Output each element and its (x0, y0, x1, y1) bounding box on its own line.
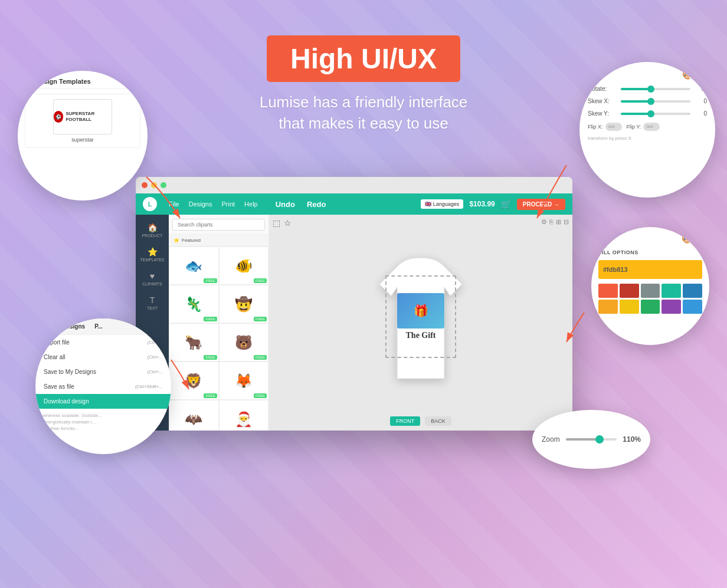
rotate-slider[interactable] (621, 88, 690, 90)
app-logo: L (143, 197, 157, 211)
clipart-panel: ⭐ Featured 🐟FREE 🐠FREE 🦎FREE 🤠FREE 🐂FREE… (169, 215, 269, 431)
crop-tool-icon[interactable]: ⬚ (273, 218, 280, 228)
file-download[interactable]: Download design (35, 394, 171, 409)
file-tab-print[interactable]: P... (94, 323, 103, 330)
flipx-toggle[interactable]: OFF (605, 123, 622, 131)
page-title: High UI/UX (290, 43, 437, 74)
canvas-toolbar: ⬚ ☆ (273, 218, 292, 228)
list-item[interactable]: 🤠FREE (219, 285, 269, 323)
fill-color-bar[interactable]: #fdb813 (598, 260, 702, 279)
undo-button[interactable]: Undo (276, 200, 295, 209)
swatch[interactable] (620, 284, 639, 298)
price-display: $103.99 (469, 200, 495, 208)
list-item[interactable]: 🐠FREE (219, 247, 269, 285)
file-save-designs[interactable]: Save to My Designs (Ctrl+... (35, 364, 171, 379)
browser-body: 🏠 PRODUCT ⭐ TEMPLATES ♥ CLIPARTS T TEXT … (136, 215, 572, 431)
skewx-slider[interactable] (621, 100, 690, 103)
nav-right: 🇬🇧 Languages $103.99 🛒 PROCEED → (421, 199, 565, 210)
swatch[interactable] (683, 300, 702, 314)
file-tab-designs[interactable]: Designs (62, 323, 85, 330)
file-clear[interactable]: Clear all (Ctrl+... (35, 350, 171, 364)
superstar-text: SUPERSTAR FOOTBALL (66, 111, 112, 122)
nav-file[interactable]: File (169, 201, 179, 208)
back-button[interactable]: BACK (425, 416, 451, 426)
settings-icon[interactable]: ⚙ (541, 218, 547, 226)
sidebar-item-text[interactable]: T TEXT (136, 292, 169, 314)
skewy-row: Skew Y: 0 (588, 110, 707, 117)
file-clear-label: Clear all (44, 354, 66, 360)
swatch[interactable] (641, 284, 660, 298)
swatch[interactable] (683, 284, 702, 298)
redo-button[interactable]: Redo (307, 200, 326, 209)
file-save-designs-shortcut: (Ctrl+... (148, 369, 163, 375)
flipy-item: Flip Y: OFF (627, 123, 660, 131)
skewx-value: 0 (695, 98, 707, 104)
file-import-label: Import file (44, 339, 70, 346)
fill-tab-image[interactable]: 🖼 (694, 234, 702, 244)
list-item[interactable]: 🦁FREE (169, 362, 219, 400)
flipy-toggle-text: OFF (646, 125, 653, 129)
list-item[interactable]: 🐟FREE (169, 247, 219, 285)
search-input[interactable] (172, 219, 265, 231)
canvas-bottom-controls: FRONT BACK (390, 416, 451, 426)
skewy-slider[interactable] (621, 113, 690, 115)
window-minimize-dot[interactable] (151, 182, 157, 188)
sidebar-cliparts-label: CLIPARTS (142, 282, 162, 286)
callout-file-menu: File Designs P... Import file (Ctrl+... … (35, 318, 171, 454)
flipy-toggle[interactable]: OFF (643, 123, 660, 131)
list-item[interactable]: 🦇FREE (169, 400, 219, 431)
nav-designs[interactable]: Designs (189, 201, 212, 208)
list-item[interactable]: 🦊FREE (219, 362, 269, 400)
design-overlay[interactable]: 🎁 The Gift (385, 275, 456, 358)
swatch[interactable] (620, 300, 639, 314)
language-button[interactable]: 🇬🇧 Languages (421, 199, 464, 209)
nav-print[interactable]: Print (221, 201, 235, 208)
title-badge: High UI/UX (267, 35, 460, 82)
text-icon: T (150, 295, 155, 305)
browser-nav: L File Designs Print Help Undo Redo 🇬🇧 L… (136, 193, 572, 215)
list-item[interactable]: 🦎FREE (169, 285, 219, 323)
list-item[interactable]: 🐂FREE (169, 323, 219, 362)
window-close-dot[interactable] (142, 182, 148, 188)
clipart-grid: 🐟FREE 🐠FREE 🦎FREE 🤠FREE 🐂FREE 🐻FREE 🦁FRE… (169, 247, 268, 431)
list-item[interactable]: 🎅FREE (219, 400, 269, 431)
sidebar-item-product[interactable]: 🏠 PRODUCT (136, 219, 169, 241)
swatch[interactable] (598, 300, 618, 314)
fill-hex-value: #fdb813 (603, 266, 628, 273)
nav-menu: File Designs Print Help (169, 201, 258, 208)
right-panel-icons: ⚙ ⎘ ⊞ ⊟ (541, 218, 569, 226)
star-tool-icon[interactable]: ☆ (284, 218, 292, 228)
fill-options-title: FILL OPTIONS (598, 249, 702, 255)
subtitle-line2: that makes it easy to use (279, 114, 448, 132)
flipx-toggle-text: OFF (608, 125, 615, 129)
front-button[interactable]: FRONT (390, 416, 420, 426)
copy-icon[interactable]: ⎘ (549, 218, 554, 226)
template-name: superstar (71, 137, 94, 143)
layers-icon[interactable]: ⊟ (564, 218, 569, 226)
swatch[interactable] (641, 300, 660, 314)
zoom-slider[interactable] (566, 438, 617, 441)
sidebar-item-cliparts[interactable]: ♥ CLIPARTS (136, 268, 169, 290)
list-item[interactable]: 🐻FREE (219, 323, 269, 362)
callout-transform: 🎨 📋 Rotate: 0° Skew X: 0 Skew Y: (579, 62, 715, 198)
file-footer-text: whereas scalable. Outside... Energistica… (35, 409, 171, 436)
swatch[interactable] (661, 300, 681, 314)
file-save-as[interactable]: Save as file (Ctrl+Shift+... (35, 379, 171, 394)
window-maximize-dot[interactable] (161, 182, 166, 188)
cart-icon[interactable]: 🛒 (501, 199, 511, 209)
swatch[interactable] (598, 284, 618, 298)
file-tab-file[interactable]: File (42, 323, 53, 330)
file-save-as-label: Save as file (44, 383, 74, 390)
fill-tab-color[interactable]: 🎨 (682, 234, 692, 244)
canvas-area: ⬚ ☆ ⚙ ⎘ ⊞ ⊟ 🎁 The Gift FRONT (269, 215, 572, 431)
skewx-label: Skew X: (588, 98, 616, 104)
product-icon: 🏠 (148, 223, 158, 232)
nav-help[interactable]: Help (244, 201, 258, 208)
grid-icon[interactable]: ⊞ (556, 218, 561, 226)
file-save-designs-label: Save to My Designs (44, 369, 96, 375)
proceed-button[interactable]: PROCEED → (517, 199, 565, 210)
sidebar-item-templates[interactable]: ⭐ TEMPLATES (136, 244, 169, 265)
tshirt-canvas[interactable]: 🎁 The Gift (356, 246, 486, 399)
swatch[interactable] (661, 284, 681, 298)
template-item[interactable]: ⚽ SUPERSTAR FOOTBALL superstar (25, 94, 140, 148)
